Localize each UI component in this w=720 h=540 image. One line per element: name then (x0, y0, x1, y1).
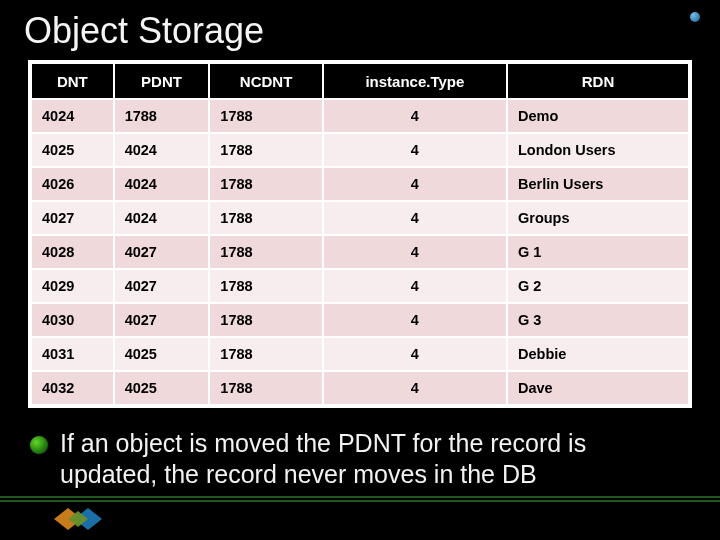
cell: 4 (323, 303, 507, 337)
cell: G 2 (507, 269, 689, 303)
cell: 4 (323, 371, 507, 405)
table-row: 4030 4027 1788 4 G 3 (31, 303, 689, 337)
slide-title: Object Storage (0, 0, 720, 60)
cell: 1788 (209, 99, 322, 133)
cell: Dave (507, 371, 689, 405)
cell: 1788 (209, 133, 322, 167)
cell: 4 (323, 99, 507, 133)
table-header-row: DNT PDNT NCDNT instance.Type RDN (31, 63, 689, 99)
cell: 4027 (114, 303, 210, 337)
cell: 1788 (209, 269, 322, 303)
table-row: 4024 1788 1788 4 Demo (31, 99, 689, 133)
cell: 4 (323, 167, 507, 201)
col-header: PDNT (114, 63, 210, 99)
col-header: NCDNT (209, 63, 322, 99)
footer-divider (0, 496, 720, 504)
cell: 4 (323, 235, 507, 269)
table-row: 4027 4024 1788 4 Groups (31, 201, 689, 235)
cell: 4027 (114, 235, 210, 269)
cell: 4030 (31, 303, 114, 337)
col-header: instance.Type (323, 63, 507, 99)
cell: G 3 (507, 303, 689, 337)
cell: London Users (507, 133, 689, 167)
cell: 1788 (114, 99, 210, 133)
cell: 1788 (209, 303, 322, 337)
cell: Debbie (507, 337, 689, 371)
cell: 4029 (31, 269, 114, 303)
cell: 4024 (114, 167, 210, 201)
cell: 4032 (31, 371, 114, 405)
cell: 4025 (31, 133, 114, 167)
cell: 1788 (209, 371, 322, 405)
cell: 4 (323, 269, 507, 303)
table-row: 4026 4024 1788 4 Berlin Users (31, 167, 689, 201)
cell: 4025 (114, 337, 210, 371)
cell: 1788 (209, 201, 322, 235)
table-row: 4032 4025 1788 4 Dave (31, 371, 689, 405)
table-row: 4029 4027 1788 4 G 2 (31, 269, 689, 303)
cell: 4 (323, 133, 507, 167)
table-row: 4025 4024 1788 4 London Users (31, 133, 689, 167)
cell: 1788 (209, 235, 322, 269)
cell: 4028 (31, 235, 114, 269)
cell: 4024 (114, 201, 210, 235)
table-row: 4031 4025 1788 4 Debbie (31, 337, 689, 371)
footer-logo (54, 506, 114, 532)
bullet-icon (30, 436, 48, 454)
cell: G 1 (507, 235, 689, 269)
col-header: DNT (31, 63, 114, 99)
cell: 4 (323, 201, 507, 235)
cell: 4027 (114, 269, 210, 303)
cell: Groups (507, 201, 689, 235)
bullet-point: If an object is moved the PDNT for the r… (30, 428, 690, 491)
object-storage-table: DNT PDNT NCDNT instance.Type RDN 4024 17… (28, 60, 692, 408)
cell: Berlin Users (507, 167, 689, 201)
col-header: RDN (507, 63, 689, 99)
header-accent-dot (690, 12, 700, 22)
cell: 4025 (114, 371, 210, 405)
bullet-text: If an object is moved the PDNT for the r… (60, 428, 690, 491)
cell: 4031 (31, 337, 114, 371)
table-row: 4028 4027 1788 4 G 1 (31, 235, 689, 269)
cell: 4027 (31, 201, 114, 235)
cell: Demo (507, 99, 689, 133)
cell: 1788 (209, 337, 322, 371)
cell: 4024 (31, 99, 114, 133)
cell: 1788 (209, 167, 322, 201)
cell: 4024 (114, 133, 210, 167)
cell: 4026 (31, 167, 114, 201)
cell: 4 (323, 337, 507, 371)
